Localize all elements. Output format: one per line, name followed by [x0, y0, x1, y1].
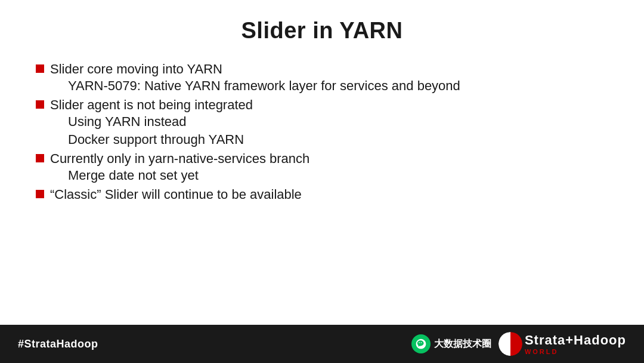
bullet-sub-2-1: Using YARN instead [36, 114, 608, 130]
bullet-sub-2-2: Docker support through YARN [36, 132, 608, 147]
wechat-icon [411, 334, 431, 353]
footer-hashtag: #StrataHadoop [18, 338, 98, 350]
wechat-label: 大数据技术圈 [434, 338, 491, 350]
bullet-list: Slider core moving into YARN YARN-5079: … [36, 61, 608, 202]
bullet-sub-3-1: Merge date not set yet [36, 168, 608, 183]
bullet-item-1: Slider core moving into YARN YARN-5079: … [36, 61, 608, 94]
bullet-main-text-4: “Classic” Slider will continue to be ava… [50, 187, 302, 202]
bullet-square-icon-1 [36, 64, 44, 73]
bullet-sub-1-1: YARN-5079: Native YARN framework layer f… [36, 78, 608, 94]
bullet-square-icon-2 [36, 100, 44, 109]
bullet-main-text-3: Currently only in yarn-native-services b… [50, 151, 309, 167]
strata-logo-circle [499, 332, 522, 356]
bullet-main-3: Currently only in yarn-native-services b… [36, 151, 608, 167]
bullet-square-icon-4 [36, 190, 44, 198]
slide-footer: #StrataHadoop 大数据技术圈 Strata+Had [0, 325, 644, 363]
slide-content: Slider in YARN Slider core moving into Y… [0, 0, 644, 325]
strata-logo-text-block: Strata+Hadoop WORLD [525, 333, 626, 355]
bullet-square-icon-3 [36, 154, 44, 162]
bullet-main-4: “Classic” Slider will continue to be ava… [36, 187, 608, 202]
strata-name-text: Strata+Hadoop [525, 333, 626, 348]
slide-title: Slider in YARN [36, 18, 608, 44]
strata-logo-circle-inner [499, 332, 522, 356]
bullet-item-4: “Classic” Slider will continue to be ava… [36, 187, 608, 202]
bullet-main-2: Slider agent is not being integrated [36, 97, 608, 113]
bullet-item-3: Currently only in yarn-native-services b… [36, 151, 608, 183]
slide-container: Slider in YARN Slider core moving into Y… [0, 0, 644, 363]
bullet-main-1: Slider core moving into YARN [36, 61, 608, 77]
bullet-main-text-2: Slider agent is not being integrated [50, 97, 253, 113]
footer-logo-area: 大数据技术圈 Strata+Hadoop WORLD [411, 332, 626, 356]
strata-logo-inner: Strata+Hadoop WORLD [499, 332, 626, 356]
strata-logo: Strata+Hadoop WORLD [499, 332, 626, 356]
wechat-badge: 大数据技术圈 [411, 334, 491, 353]
strata-world-text: WORLD [525, 348, 626, 355]
bullet-item-2: Slider agent is not being integrated Usi… [36, 97, 608, 147]
bullet-main-text-1: Slider core moving into YARN [50, 61, 222, 77]
